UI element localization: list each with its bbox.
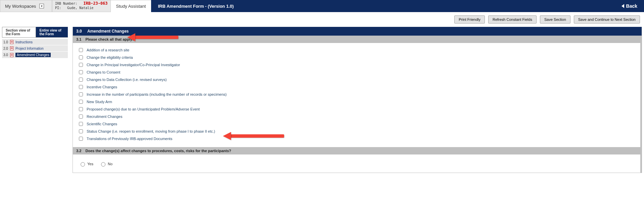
main-area: Section view of the Form Entire view of … — [0, 27, 644, 180]
option-label: Increase in the number of participants (… — [87, 92, 227, 96]
q32-text: Does the change(s) affect changes to pro… — [86, 149, 231, 153]
option-checkbox[interactable] — [79, 122, 83, 126]
section-num: 3.0 — [76, 29, 82, 34]
q32-no-radio[interactable] — [101, 162, 105, 167]
checkbox-row: Recruitment Changes — [78, 113, 636, 120]
form-title: IRB Amendment Form - (Version 1.0) — [158, 4, 234, 9]
print-friendly-button[interactable]: Print Friendly — [454, 15, 485, 24]
option-label: Status Change (i.e. reopen to enrollment… — [87, 129, 215, 133]
option-label: Change the eligibility criteria — [87, 55, 133, 59]
q32-num: 3.2 — [76, 149, 81, 153]
q32-no-option[interactable]: No — [99, 161, 112, 167]
form-panel: 3.0 Amendment Changes 3.1 Please check a… — [73, 27, 642, 173]
checkbox-row: Increase in the number of participants (… — [78, 91, 636, 98]
section-header: 3.0 Amendment Changes — [73, 27, 642, 36]
action-bar: Print Friendly Refresh Constant Fields S… — [0, 12, 644, 27]
option-checkbox[interactable] — [79, 115, 83, 119]
save-section-button[interactable]: Save Section — [540, 15, 570, 24]
view-tabs: Section view of the Form Entire view of … — [2, 27, 68, 38]
checkbox-row: Status Change (i.e. reopen to enrollment… — [78, 128, 636, 135]
nav-item-num: 3.0 — [3, 53, 8, 57]
checkbox-row: Proposed change(s) due to an Unanticipat… — [78, 105, 636, 113]
checkbox-row: Changes to Consent — [78, 69, 636, 76]
option-label: Changes to Data Collection (i.e. revised… — [87, 78, 167, 82]
checkbox-row: Scientific Changes — [78, 120, 636, 128]
section-nav-list: 1.0Instructions2.0Project Information3.0… — [2, 39, 68, 58]
document-icon — [10, 40, 13, 44]
option-label: Proposed change(s) due to an Unanticipat… — [87, 107, 200, 111]
q31-text: Please check all that apply: — [86, 37, 134, 41]
left-panel: Section view of the Form Entire view of … — [2, 27, 68, 58]
chevron-down-icon: ▾ — [39, 4, 44, 8]
pi-label: PI: — [55, 6, 61, 10]
checkbox-row: Incentive Changes — [78, 83, 636, 91]
option-checkbox[interactable] — [79, 100, 83, 104]
q31-num: 3.1 — [76, 37, 81, 41]
option-label: Recruitment Changes — [87, 115, 122, 119]
checkbox-row: Translations of Previously IRB-approved … — [78, 135, 636, 142]
back-label: Back — [626, 3, 637, 9]
refresh-constant-fields-button[interactable]: Refresh Constant Fields — [488, 15, 537, 24]
save-continue-button[interactable]: Save and Continue to Next Section — [574, 15, 640, 24]
checkbox-row: Changes to Data Collection (i.e. revised… — [78, 76, 636, 83]
irb-number-value: IRB-23-063 — [83, 1, 107, 6]
nav-item[interactable]: 3.0Amendment Changes — [2, 52, 68, 58]
study-info-panel: IRB Number: IRB-23-063 PI: Gude, Natalie — [52, 0, 111, 12]
option-checkbox[interactable] — [79, 129, 83, 133]
option-checkbox[interactable] — [79, 63, 83, 67]
document-icon — [10, 46, 13, 50]
nav-item-label: Instructions — [15, 40, 33, 44]
checkbox-row: Change in Principal Investigator/Co-Prin… — [78, 61, 636, 69]
nav-item-num: 1.0 — [3, 40, 8, 44]
q32-options: Yes No — [73, 154, 642, 173]
tab-label: Study Assistant — [116, 4, 146, 9]
nav-item-label: Amendment Changes — [15, 53, 51, 57]
q32-yes-option[interactable]: Yes — [79, 161, 93, 167]
option-checkbox[interactable] — [79, 85, 83, 89]
option-label: Change in Principal Investigator/Co-Prin… — [87, 63, 180, 67]
irb-number-label: IRB Number: — [55, 2, 77, 5]
document-icon — [10, 53, 13, 57]
option-label: Scientific Changes — [87, 122, 117, 126]
option-label: Incentive Changes — [87, 85, 117, 89]
option-checkbox[interactable] — [79, 70, 83, 74]
q32-no-label: No — [108, 162, 112, 166]
option-checkbox[interactable] — [79, 107, 83, 111]
q32-yes-label: Yes — [87, 162, 93, 166]
question-3-1-header: 3.1 Please check all that apply: — [73, 36, 642, 43]
option-checkbox[interactable] — [79, 92, 83, 96]
back-arrow-icon — [622, 4, 624, 8]
option-label: Changes to Consent — [87, 70, 120, 74]
option-checkbox[interactable] — [79, 78, 83, 82]
my-workspaces-label: My Workspaces — [5, 4, 36, 9]
nav-item[interactable]: 1.0Instructions — [2, 39, 68, 45]
question-3-2-header: 3.2 Does the change(s) affect changes to… — [73, 147, 642, 154]
nav-item[interactable]: 2.0Project Information — [2, 45, 68, 52]
option-label: Translations of Previously IRB-approved … — [87, 137, 172, 141]
q31-options: Addition of a research siteChange the el… — [73, 43, 642, 147]
checkbox-row: Addition of a research site — [78, 46, 636, 54]
tab-study-assistant[interactable]: Study Assistant — [111, 0, 151, 12]
section-title: Amendment Changes — [87, 29, 129, 34]
option-checkbox[interactable] — [79, 48, 83, 52]
q32-yes-radio[interactable] — [81, 162, 85, 167]
top-header: My Workspaces ▾ IRB Number: IRB-23-063 P… — [0, 0, 644, 12]
checkbox-row: New Study Arm — [78, 98, 636, 105]
option-label: Addition of a research site — [87, 48, 129, 52]
back-button[interactable]: Back — [622, 3, 637, 9]
my-workspaces-button[interactable]: My Workspaces ▾ — [0, 0, 52, 12]
nav-item-num: 2.0 — [3, 47, 8, 50]
tab-section-view[interactable]: Section view of the Form — [2, 27, 36, 37]
option-label: New Study Arm — [87, 100, 112, 104]
checkbox-row: Change the eligibility criteria — [78, 54, 636, 61]
option-checkbox[interactable] — [79, 55, 83, 59]
tab-entire-view[interactable]: Entire view of the Form — [36, 27, 68, 37]
form-title-bar: IRB Amendment Form - (Version 1.0) Back — [151, 0, 644, 12]
option-checkbox[interactable] — [79, 137, 83, 141]
pi-value: Gude, Natalie — [67, 6, 93, 10]
nav-item-label: Project Information — [15, 47, 44, 50]
